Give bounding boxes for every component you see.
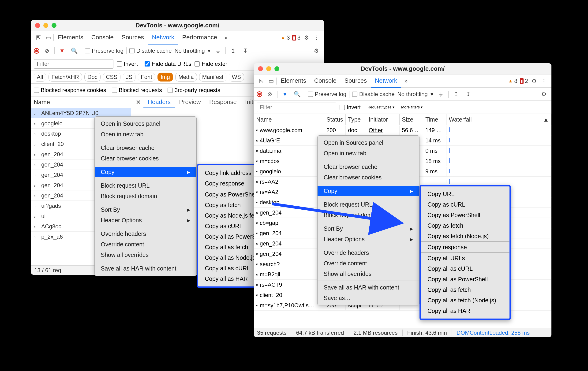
preserve-log-checkbox[interactable]: Preserve log <box>308 91 346 97</box>
more-filters-dropdown[interactable]: More filters ▾ <box>401 105 423 109</box>
preserve-log-checkbox[interactable]: Preserve log <box>85 48 124 54</box>
tab-elements[interactable]: Elements <box>54 31 87 44</box>
col-waterfall[interactable]: Waterfall▲ <box>446 114 551 125</box>
throttle-select[interactable]: No throttling <box>397 91 428 97</box>
network-conditions-icon[interactable]: ⏚ <box>436 90 445 99</box>
throttle-select[interactable]: No throttling <box>174 48 205 54</box>
request-types-dropdown[interactable]: Request types ▾ <box>368 105 394 109</box>
search-icon[interactable]: 🔍 <box>70 46 79 55</box>
filter-toggle-icon[interactable]: ▼ <box>280 90 290 99</box>
mi-save-as[interactable]: Save as… <box>317 293 419 303</box>
settings-icon[interactable]: ⚙ <box>529 76 539 86</box>
tab-network[interactable]: Network <box>148 31 178 44</box>
mi-clear-cache[interactable]: Clear browser cache <box>95 143 196 153</box>
tab-elements[interactable]: Elements <box>277 74 310 88</box>
mi-override-content[interactable]: Override content <box>317 258 419 269</box>
maximize-icon[interactable] <box>274 66 279 71</box>
error-badge[interactable]: ▮3 <box>292 34 300 41</box>
tab-performance[interactable]: Performance <box>178 31 221 44</box>
inspect-icon[interactable]: ⇱ <box>34 33 43 42</box>
close-icon[interactable] <box>35 23 40 28</box>
rtab-headers[interactable]: Headers <box>143 97 175 108</box>
mi-block-domain[interactable]: Block request domain <box>317 210 419 220</box>
chevron-down-icon[interactable]: ▾ <box>208 48 210 54</box>
mi-copy-url[interactable]: Copy URL <box>421 189 509 199</box>
col-name-header[interactable]: Name <box>31 97 131 108</box>
mi-copy[interactable]: Copy▸ <box>95 167 196 177</box>
mi-header-options[interactable]: Header Options▸ <box>95 215 196 226</box>
mi-copy-fetch[interactable]: Copy as fetch <box>421 220 509 231</box>
filter-input[interactable] <box>257 103 336 112</box>
kebab-icon[interactable]: ⋮ <box>539 76 549 86</box>
mi-copy-all-ps[interactable]: Copy all as PowerShell <box>421 274 509 285</box>
col-size[interactable]: Size <box>399 114 423 125</box>
tab-console[interactable]: Console <box>310 74 340 88</box>
warning-badge[interactable]: ▲3 <box>281 34 290 41</box>
disable-cache-checkbox[interactable]: Disable cache <box>129 48 172 54</box>
hide-extensions-checkbox[interactable]: Hide exter <box>195 61 227 67</box>
clear-icon[interactable]: ⊘ <box>265 90 274 99</box>
invert-checkbox[interactable]: Invert <box>117 61 138 67</box>
tab-sources[interactable]: Sources <box>118 31 148 44</box>
filter-input[interactable] <box>34 59 114 69</box>
tab-console[interactable]: Console <box>87 31 117 44</box>
device-icon[interactable]: ▭ <box>266 76 276 86</box>
close-icon[interactable] <box>258 66 263 71</box>
mi-copy-all-curl[interactable]: Copy all as cURL <box>421 264 509 274</box>
mi-save-har[interactable]: Save all as HAR with content <box>317 282 419 293</box>
mi-copy-ps[interactable]: Copy as PowerShell <box>421 210 509 220</box>
rtab-response[interactable]: Response <box>205 97 241 108</box>
table-row[interactable]: ▫ www.google.com200docOther56.6…149 … <box>254 125 551 135</box>
mi-block-url[interactable]: Block request URL <box>317 199 419 210</box>
disable-cache-checkbox[interactable]: Disable cache <box>352 91 395 97</box>
record-button[interactable] <box>34 48 39 54</box>
pill-img[interactable]: Img <box>158 72 173 82</box>
close-details-icon[interactable]: ✕ <box>133 97 143 107</box>
mi-override-headers[interactable]: Override headers <box>95 229 196 239</box>
upload-icon[interactable]: ↥ <box>451 90 461 99</box>
wifi-icon[interactable]: ⏚ <box>213 46 223 55</box>
mi-copy-curl[interactable]: Copy as cURL <box>421 199 509 210</box>
download-icon[interactable]: ↧ <box>241 46 250 55</box>
record-button[interactable] <box>257 91 262 97</box>
pill-js[interactable]: JS <box>123 72 136 82</box>
mi-open-sources[interactable]: Open in Sources panel <box>317 137 419 148</box>
network-settings-icon[interactable]: ⚙ <box>539 90 549 99</box>
mi-copy-response[interactable]: Copy response <box>421 242 509 252</box>
search-icon[interactable]: 🔍 <box>293 90 302 99</box>
blocked-cookies-checkbox[interactable]: Blocked response cookies <box>34 87 106 93</box>
hide-data-urls-checkbox[interactable]: Hide data URLs <box>145 61 191 67</box>
settings-icon[interactable]: ⚙ <box>302 33 311 42</box>
mi-copy-all-fetch[interactable]: Copy all as fetch <box>421 285 509 295</box>
device-icon[interactable]: ▭ <box>44 33 53 42</box>
invert-checkbox[interactable]: Invert <box>340 104 361 111</box>
mi-copy-fetch-node[interactable]: Copy as fetch (Node.js) <box>421 231 509 241</box>
col-name[interactable]: Name <box>254 114 324 125</box>
mi-block-domain[interactable]: Block request domain <box>95 191 196 201</box>
warning-badge[interactable]: ▲8 <box>508 78 517 84</box>
mi-show-overrides[interactable]: Show all overrides <box>317 269 419 279</box>
mi-open-sources[interactable]: Open in Sources panel <box>95 119 196 129</box>
mi-sort-by[interactable]: Sort By▸ <box>317 223 419 234</box>
pill-manifest[interactable]: Manifest <box>199 72 227 82</box>
chevron-down-icon[interactable]: ▾ <box>430 91 433 97</box>
mi-sort-by[interactable]: Sort By▸ <box>95 205 196 215</box>
pill-media[interactable]: Media <box>175 72 197 82</box>
minimize-icon[interactable] <box>43 23 48 28</box>
clear-icon[interactable]: ⊘ <box>42 46 52 55</box>
col-initiator[interactable]: Initiator <box>366 114 399 125</box>
network-settings-icon[interactable]: ⚙ <box>312 46 321 55</box>
upload-icon[interactable]: ↥ <box>229 46 238 55</box>
mi-header-options[interactable]: Header Options▸ <box>317 234 419 245</box>
filter-toggle-icon[interactable]: ▼ <box>57 46 67 55</box>
blocked-requests-checkbox[interactable]: Blocked requests <box>112 87 162 93</box>
maximize-icon[interactable] <box>52 23 56 28</box>
kebab-icon[interactable]: ⋮ <box>312 33 321 42</box>
mi-copy-all-fetch-node[interactable]: Copy all as fetch (Node.js) <box>421 295 509 306</box>
pill-font[interactable]: Font <box>138 72 155 82</box>
inspect-icon[interactable]: ⇱ <box>257 76 266 86</box>
pill-fetchxhr[interactable]: Fetch/XHR <box>49 72 82 82</box>
more-tabs-icon[interactable]: » <box>401 76 411 86</box>
pill-doc[interactable]: Doc <box>84 72 101 82</box>
mi-clear-cookies[interactable]: Clear browser cookies <box>95 153 196 164</box>
